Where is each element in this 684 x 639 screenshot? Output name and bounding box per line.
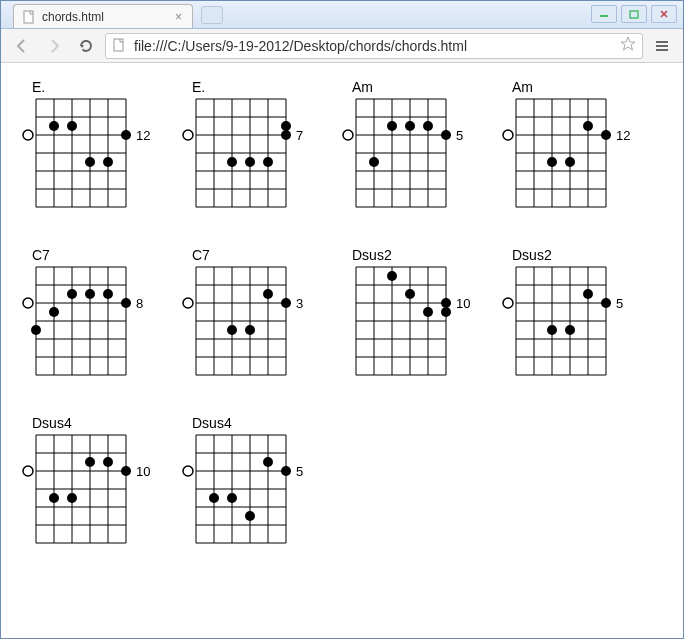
finger-dot — [565, 157, 575, 167]
chord-name: E. — [22, 79, 152, 95]
open-string-marker — [23, 466, 33, 476]
finger-dot — [67, 493, 77, 503]
finger-dot — [49, 493, 59, 503]
chord-grid: E.12E.7Am5Am12C78C73Dsus210Dsus25Dsus410… — [22, 79, 662, 551]
tabstrip: chords.html × — [1, 1, 585, 28]
chord-diagram: C78 — [22, 247, 152, 383]
position-dot — [121, 130, 131, 140]
titlebar: chords.html × — [1, 1, 683, 29]
file-icon — [112, 38, 128, 54]
chord-fretboard: 3 — [182, 265, 312, 383]
chord-diagram: Dsus410 — [22, 415, 152, 551]
menu-button[interactable] — [649, 33, 675, 59]
close-tab-icon[interactable]: × — [173, 10, 184, 24]
finger-dot — [583, 289, 593, 299]
open-string-marker — [183, 130, 193, 140]
chord-diagram: E.7 — [182, 79, 312, 215]
finger-dot — [227, 157, 237, 167]
finger-dot — [227, 493, 237, 503]
maximize-button[interactable] — [621, 5, 647, 23]
position-dot — [281, 298, 291, 308]
finger-dot — [103, 457, 113, 467]
finger-dot — [49, 307, 59, 317]
chord-fretboard: 5 — [502, 265, 632, 383]
chord-diagram: Dsus210 — [342, 247, 472, 383]
open-string-marker — [183, 298, 193, 308]
chord-name: Dsus4 — [22, 415, 152, 431]
chord-fretboard: 10 — [22, 433, 152, 551]
chord-name: Am — [342, 79, 472, 95]
chord-diagram: Am5 — [342, 79, 472, 215]
finger-dot — [245, 511, 255, 521]
finger-dot — [85, 457, 95, 467]
tab-title: chords.html — [42, 10, 173, 24]
finger-dot — [245, 157, 255, 167]
fret-position-label: 10 — [456, 296, 470, 311]
finger-dot — [49, 121, 59, 131]
fret-position-label: 3 — [296, 296, 303, 311]
position-dot — [121, 298, 131, 308]
window-controls — [585, 1, 683, 28]
position-dot — [281, 466, 291, 476]
chord-diagram: Dsus45 — [182, 415, 312, 551]
finger-dot — [263, 289, 273, 299]
position-dot — [281, 130, 291, 140]
open-string-marker — [183, 466, 193, 476]
chord-diagram: Dsus25 — [502, 247, 632, 383]
finger-dot — [547, 157, 557, 167]
page-content: E.12E.7Am5Am12C78C73Dsus210Dsus25Dsus410… — [2, 65, 682, 637]
open-string-marker — [23, 298, 33, 308]
chord-name: C7 — [22, 247, 152, 263]
forward-button[interactable] — [41, 33, 67, 59]
open-string-marker — [503, 298, 513, 308]
open-string-marker — [343, 130, 353, 140]
chord-diagram: E.12 — [22, 79, 152, 215]
finger-dot — [387, 121, 397, 131]
finger-dot — [565, 325, 575, 335]
back-button[interactable] — [9, 33, 35, 59]
minimize-button[interactable] — [591, 5, 617, 23]
chord-name: Dsus2 — [502, 247, 632, 263]
fret-position-label: 12 — [616, 128, 630, 143]
close-window-button[interactable] — [651, 5, 677, 23]
bookmark-star-icon[interactable] — [620, 36, 636, 56]
chord-fretboard: 7 — [182, 97, 312, 215]
tab-chords[interactable]: chords.html × — [13, 4, 193, 28]
finger-dot — [103, 289, 113, 299]
position-dot — [121, 466, 131, 476]
navbar: file:///C:/Users/9-19-2012/Desktop/chord… — [1, 29, 683, 63]
file-icon — [22, 10, 36, 24]
position-dot — [441, 130, 451, 140]
finger-dot — [547, 325, 557, 335]
finger-dot — [67, 289, 77, 299]
new-tab-button[interactable] — [201, 6, 223, 24]
chord-fretboard: 12 — [22, 97, 152, 215]
chord-diagram: Am12 — [502, 79, 632, 215]
finger-dot — [67, 121, 77, 131]
fret-position-label: 7 — [296, 128, 303, 143]
finger-dot — [369, 157, 379, 167]
svg-rect-2 — [630, 11, 638, 18]
open-string-marker — [23, 130, 33, 140]
position-dot — [441, 298, 451, 308]
fret-position-label: 5 — [456, 128, 463, 143]
fret-position-label: 10 — [136, 464, 150, 479]
reload-button[interactable] — [73, 33, 99, 59]
finger-dot — [405, 289, 415, 299]
chord-name: Dsus2 — [342, 247, 472, 263]
url-text: file:///C:/Users/9-19-2012/Desktop/chord… — [134, 38, 614, 54]
finger-dot — [103, 157, 113, 167]
svg-rect-6 — [114, 39, 123, 51]
address-bar[interactable]: file:///C:/Users/9-19-2012/Desktop/chord… — [105, 33, 643, 59]
finger-dot — [227, 325, 237, 335]
finger-dot — [209, 493, 219, 503]
fret-position-label: 5 — [616, 296, 623, 311]
chord-fretboard: 5 — [182, 433, 312, 551]
chord-fretboard: 8 — [22, 265, 152, 383]
browser-window: chords.html × — [0, 0, 684, 639]
finger-dot — [281, 121, 291, 131]
fret-position-label: 12 — [136, 128, 150, 143]
chord-fretboard: 5 — [342, 97, 472, 215]
finger-dot — [245, 325, 255, 335]
finger-dot — [583, 121, 593, 131]
